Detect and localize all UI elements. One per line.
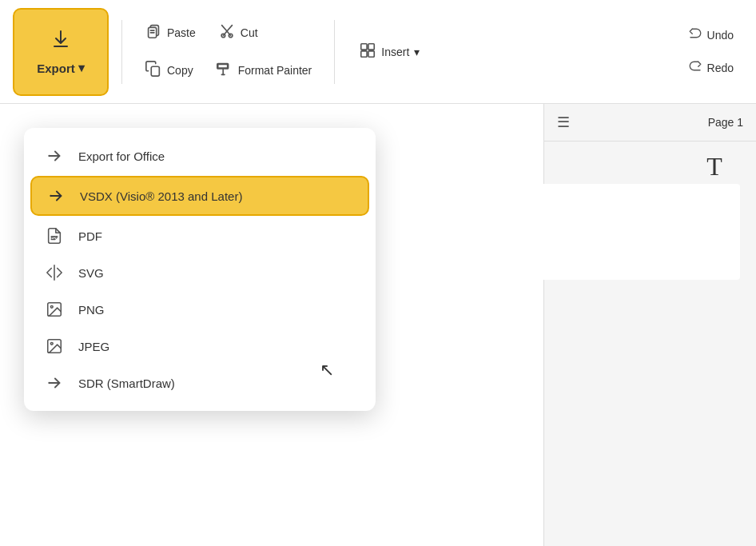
- insert-label: Insert: [381, 46, 409, 58]
- svg-rect-16: [361, 44, 367, 50]
- left-panel: Export for Office VSDX (Visio® 2013 and …: [0, 104, 543, 546]
- paste-icon: [145, 22, 162, 44]
- svg-rect-18: [361, 51, 367, 57]
- toolbar-divider-1: [121, 20, 122, 84]
- svg-point-29: [50, 305, 53, 308]
- redo-label: Redo: [707, 62, 734, 74]
- undo-label: Undo: [707, 29, 734, 42]
- dropdown-item-sdr[interactable]: SDR (SmartDraw): [24, 365, 376, 401]
- arrow-right-icon: [43, 147, 66, 165]
- svg-line-10: [221, 25, 226, 30]
- svg-icon: [43, 264, 66, 281]
- insert-chevron-icon: ▾: [414, 46, 420, 58]
- export-button[interactable]: Export ▾: [13, 8, 109, 96]
- insert-button[interactable]: Insert ▾: [348, 35, 431, 68]
- paste-button[interactable]: Paste: [135, 18, 205, 49]
- pdf-label: PDF: [78, 229, 102, 243]
- sidebar-header: ☰ Page 1: [544, 104, 756, 141]
- text-tool-icon: T: [706, 152, 722, 181]
- undo-button[interactable]: Undo: [678, 22, 743, 49]
- export-icon: [50, 28, 72, 56]
- svg-text:PDF: PDF: [50, 236, 58, 240]
- svg-rect-19: [368, 51, 374, 57]
- dropdown-item-jpeg[interactable]: JPEG: [24, 328, 376, 365]
- dropdown-item-vsdx[interactable]: VSDX (Visio® 2013 and Later): [30, 176, 369, 216]
- paste-label: Paste: [167, 26, 196, 39]
- png-icon: [43, 301, 66, 318]
- jpeg-label: JPEG: [78, 340, 109, 353]
- dropdown-item-export-office[interactable]: Export for Office: [24, 137, 376, 174]
- svg-line-11: [227, 25, 232, 30]
- png-label: PNG: [78, 303, 105, 317]
- toolbar-divider-2: [334, 20, 335, 84]
- main-content: Export for Office VSDX (Visio® 2013 and …: [0, 104, 756, 546]
- insert-icon: [359, 42, 376, 62]
- export-office-label: Export for Office: [78, 149, 165, 163]
- dropdown-item-svg[interactable]: SVG: [24, 254, 376, 291]
- cut-icon: [218, 22, 236, 44]
- svg-label: SVG: [78, 266, 104, 280]
- pdf-icon: PDF: [43, 227, 66, 245]
- format-painter-icon: [216, 60, 233, 82]
- dropdown-item-pdf[interactable]: PDF PDF: [24, 217, 376, 254]
- sdr-arrow-icon: [43, 374, 66, 392]
- export-dropdown-menu: Export for Office VSDX (Visio® 2013 and …: [24, 128, 376, 411]
- export-text: Export: [37, 62, 75, 75]
- copy-label: Copy: [167, 64, 193, 77]
- svg-rect-12: [151, 66, 159, 76]
- svg-point-31: [50, 342, 53, 345]
- clipboard-group: Paste Cut: [135, 18, 321, 86]
- copy-icon: [145, 60, 162, 82]
- svg-rect-17: [368, 44, 374, 50]
- copy-button[interactable]: Copy: [135, 55, 203, 86]
- format-painter-label: Format Painter: [238, 64, 312, 77]
- copy-format-row: Copy Format Painter: [135, 55, 321, 86]
- page-indicator: Page 1: [708, 116, 743, 129]
- vsdx-label: VSDX (Visio® 2013 and Later): [80, 189, 242, 203]
- jpeg-icon: [43, 337, 66, 355]
- redo-button[interactable]: Redo: [678, 55, 743, 82]
- export-label: Export ▾: [37, 61, 85, 75]
- cut-label: Cut: [241, 26, 258, 39]
- export-chevron-icon: ▾: [78, 61, 85, 75]
- cut-button[interactable]: Cut: [209, 18, 268, 49]
- right-sidebar: ☰ Page 1 T Text: [543, 104, 756, 546]
- toolbar: Export ▾ Paste: [0, 0, 756, 104]
- redo-icon: [688, 60, 702, 77]
- vsdx-arrow-icon: [45, 187, 67, 205]
- paste-cut-row: Paste Cut: [135, 18, 321, 49]
- dropdown-item-png[interactable]: PNG: [24, 291, 376, 328]
- undo-redo-group: Undo Redo: [678, 22, 743, 82]
- sdr-label: SDR (SmartDraw): [78, 377, 175, 390]
- undo-icon: [688, 27, 702, 44]
- list-icon: ☰: [557, 114, 570, 131]
- format-painter-button[interactable]: Format Painter: [206, 55, 322, 86]
